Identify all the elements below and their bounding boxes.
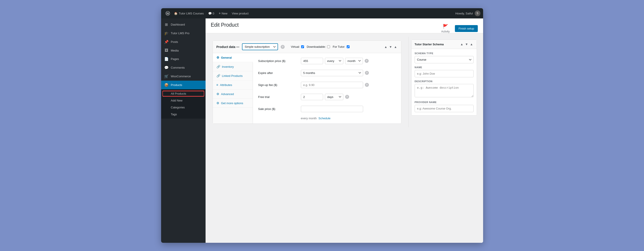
downloadable-label: Downloadable: (307, 45, 326, 48)
schema-type-select[interactable]: Course Article Product (415, 56, 474, 63)
svg-text:W: W (166, 12, 169, 15)
product-type-help-icon[interactable]: ? (281, 45, 285, 49)
sale-note-text: every month (301, 116, 317, 120)
activity-button[interactable]: 🚩 Activity (441, 24, 450, 33)
sale-price-row: Sale price ($) (258, 104, 396, 113)
free-trial-input[interactable] (301, 94, 323, 100)
schema-collapse-down[interactable]: ▼ (465, 42, 469, 46)
subscription-price-input[interactable] (301, 58, 323, 64)
collapse-close-btn[interactable]: ▲ (394, 45, 398, 49)
tab-advanced[interactable]: ⚙ Advanced (213, 90, 253, 98)
free-trial-row: Free trial days weeks months ? (258, 93, 396, 101)
subscription-price-row: Subscription price ($) every every 2 eve… (258, 57, 396, 65)
tutor-schema-box: Tutor Starter Schema ▲ ▼ ▲ SCHEMA TYPE C… (411, 40, 477, 116)
schema-type-label: SCHEMA TYPE (415, 52, 474, 55)
expire-after-controls: Never expire 1 month 2 months 3 months 4… (301, 70, 396, 76)
schedule-link[interactable]: Schedule (318, 116, 330, 120)
page-header: Edit Product 🚩 Activity Finish setup (206, 18, 483, 33)
sidebar-item-dashboard[interactable]: ⊞ Dashboard (161, 20, 206, 29)
schema-collapse-up[interactable]: ▲ (460, 42, 464, 46)
for-tutor-checkbox-group: For Tutor: (333, 45, 349, 48)
downloadable-checkbox[interactable] (327, 45, 330, 48)
tutor-icon: 🎓 (164, 31, 169, 35)
sidebar-item-woocommerce[interactable]: 🛒 WooCommerce (161, 72, 206, 81)
tab-general[interactable]: ⚙ General (213, 53, 253, 62)
sidebar-submenu-add-new[interactable]: Add New (161, 97, 206, 104)
free-trial-label: Free trial (258, 95, 298, 98)
get-more-options-tab-icon: ⚙ (216, 101, 219, 105)
flag-icon: 🚩 (443, 24, 448, 29)
product-data-body: ⚙ General 🔗 Inventory 🔗 Linked Products (213, 53, 401, 124)
sale-price-label: Sale price ($) (258, 107, 298, 110)
collapse-icons: ▲ ▼ ▲ (384, 45, 398, 49)
linked-products-tab-icon: 🔗 (216, 74, 220, 78)
sale-price-input[interactable] (301, 106, 363, 112)
free-trial-help-icon[interactable]: ? (345, 95, 349, 99)
signup-fee-help-icon[interactable]: ? (365, 83, 369, 87)
site-name[interactable]: 🏠 Tutor LMS Courses (172, 12, 206, 15)
for-tutor-checkbox[interactable] (347, 45, 350, 48)
sidebar-item-media[interactable]: 🖼 Media (161, 46, 206, 55)
content-area: Edit Product 🚩 Activity Finish setup (206, 18, 483, 243)
tab-inventory[interactable]: 🔗 Inventory (213, 62, 253, 71)
avatar: S (475, 10, 480, 16)
expire-after-row: Expire after Never expire 1 month 2 mont… (258, 69, 396, 77)
schema-collapse-icons: ▲ ▼ ▲ (460, 42, 474, 46)
sidebar: ⊞ Dashboard 🎓 Tutor LMS Pro 📌 Posts 🖼 Me… (161, 18, 206, 243)
new-button[interactable]: + New (216, 11, 230, 15)
description-label: DESCRIPTION (415, 80, 474, 83)
schema-collapse-close[interactable]: ▲ (470, 42, 474, 46)
virtual-checkbox-group: Virtual: (291, 45, 304, 48)
schema-box-header: Tutor Starter Schema ▲ ▼ ▲ (412, 40, 477, 49)
sidebar-item-tutor-lms-pro[interactable]: 🎓 Tutor LMS Pro (161, 29, 206, 38)
expire-after-select[interactable]: Never expire 1 month 2 months 3 months 4… (301, 70, 363, 76)
pages-icon: 📄 (164, 57, 169, 61)
sale-note: every month Schedule (258, 116, 396, 120)
sidebar-submenu-all-products[interactable]: All Products (161, 90, 206, 97)
collapse-up-btn[interactable]: ▲ (384, 45, 388, 49)
subscription-price-help-icon[interactable]: ? (365, 59, 369, 63)
provider-name-label: PROVIDER NAME (415, 101, 474, 104)
dashboard-icon: ⊞ (164, 22, 169, 27)
product-type-select[interactable]: Simple subscription Variable subscriptio… (242, 43, 278, 50)
collapse-down-btn[interactable]: ▼ (389, 45, 393, 49)
howdy-menu[interactable]: Howdy, Saiful S (455, 10, 480, 16)
wp-logo[interactable]: W (164, 9, 172, 17)
virtual-checkbox[interactable] (301, 45, 304, 48)
header-actions: 🚩 Activity Finish setup (441, 22, 478, 33)
free-trial-unit-select[interactable]: days weeks months (325, 94, 343, 100)
product-data-section: Product data — Simple subscription Varia… (213, 40, 401, 124)
admin-bar: W 🏠 Tutor LMS Courses 💬 0 + New View pro… (161, 8, 483, 18)
right-panel: Tutor Starter Schema ▲ ▼ ▲ SCHEMA TYPE C… (408, 37, 480, 127)
schema-provider-name-input[interactable] (415, 105, 474, 112)
sidebar-submenu-tags[interactable]: Tags (161, 111, 206, 118)
schema-box-content: SCHEMA TYPE Course Article Product NAME … (412, 49, 477, 115)
subscription-period-select[interactable]: every every 2 every 3 (325, 58, 343, 64)
sidebar-item-posts[interactable]: 📌 Posts (161, 38, 206, 46)
schema-name-input[interactable] (415, 70, 474, 77)
view-product-link[interactable]: View product (230, 12, 251, 15)
product-data-label: Product data — (216, 45, 239, 49)
subscription-price-label: Subscription price ($) (258, 59, 298, 63)
sidebar-item-comments[interactable]: 💬 Comments (161, 63, 206, 72)
tab-get-more-options[interactable]: ⚙ Get more options (213, 98, 253, 108)
for-tutor-label: For Tutor: (333, 45, 345, 48)
sidebar-item-pages[interactable]: 📄 Pages (161, 55, 206, 63)
product-data-header: Product data — Simple subscription Varia… (213, 41, 401, 53)
comments-link[interactable]: 💬 0 (206, 12, 216, 15)
finish-setup-button[interactable]: Finish setup (455, 25, 478, 32)
tab-attributes[interactable]: ≡ Attributes (213, 80, 253, 90)
subscription-unit-select[interactable]: day week month year (345, 58, 363, 64)
products-icon: 📦 (164, 83, 169, 87)
sidebar-item-products[interactable]: 📦 Products (161, 81, 206, 89)
expire-help-icon[interactable]: ? (365, 71, 369, 75)
page-title: Edit Product (211, 22, 239, 28)
tab-linked-products[interactable]: 🔗 Linked Products (213, 71, 253, 80)
sidebar-submenu-categories[interactable]: Categories (161, 104, 206, 111)
downloadable-checkbox-group: Downloadable: (307, 45, 330, 48)
schema-description-textarea[interactable] (415, 84, 474, 97)
name-label: NAME (415, 66, 474, 69)
product-data-tabs: ⚙ General 🔗 Inventory 🔗 Linked Products (213, 53, 253, 124)
woo-icon: 🛒 (164, 74, 169, 78)
signup-fee-input[interactable] (301, 82, 363, 88)
